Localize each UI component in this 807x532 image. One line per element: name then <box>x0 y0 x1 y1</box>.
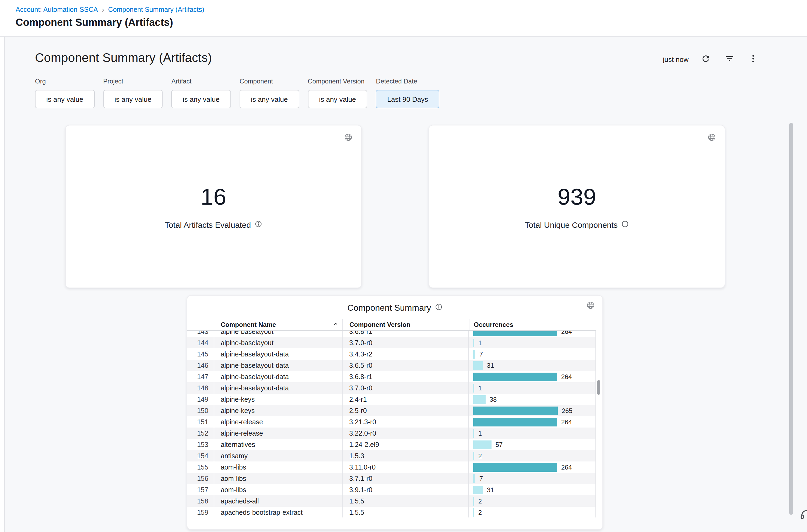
occurrence-bar <box>474 338 475 347</box>
refresh-button[interactable] <box>699 53 712 66</box>
table-row[interactable]: 151 alpine-release 3.21.3-r0 264 <box>187 416 596 428</box>
component-version: 3.7.0-r0 <box>342 337 468 348</box>
occurrence-bar <box>474 497 475 505</box>
component-name: apacheds-bootstrap-extract <box>214 507 342 517</box>
table-row[interactable]: 144 alpine-baselayout 3.7.0-r0 1 <box>187 337 596 348</box>
filter-label: Org <box>35 78 95 85</box>
occurrences-cell: 2 <box>469 450 595 461</box>
component-version: 3.6.8-r1 <box>342 371 468 382</box>
component-version: 3.11.0-r0 <box>342 461 468 473</box>
breadcrumb-page-link[interactable]: Component Summary (Artifacts) <box>108 6 204 13</box>
component-name: alpine-release <box>214 428 342 439</box>
occurrence-count: 264 <box>561 331 572 335</box>
support-headset-icon[interactable] <box>800 508 807 524</box>
component-version: 1.24-2.el9 <box>342 439 468 450</box>
filter-value-button[interactable]: is any value <box>103 90 162 108</box>
total-artifacts-card: 16 Total Artifacts Evaluated <box>65 125 362 288</box>
dashboard-title: Component Summary (Artifacts) <box>35 51 212 65</box>
occurrence-count: 1 <box>478 339 482 346</box>
kebab-menu-icon <box>748 54 758 65</box>
column-header-component-name[interactable]: Component Name <box>214 319 342 330</box>
component-version: 3.4.3-r2 <box>342 348 468 360</box>
table-row[interactable]: 143 alpine-baselayout 3.6.8-r1 264 <box>187 331 596 337</box>
occurrence-bar <box>474 331 557 336</box>
row-index: 145 <box>187 348 214 360</box>
occurrences-cell: 1 <box>469 382 595 394</box>
occurrence-bar <box>474 452 475 460</box>
occurrence-bar <box>474 508 475 517</box>
occurrence-count: 57 <box>496 441 503 448</box>
info-icon <box>255 220 262 229</box>
component-name: alpine-baselayout-data <box>214 360 342 371</box>
app-window: Account: Automation-SSCA › Component Sum… <box>0 0 807 532</box>
occurrences-cell: 265 <box>469 405 595 416</box>
filter-value-button[interactable]: is any value <box>35 90 95 108</box>
table-row[interactable]: 158 apacheds-all 1.5.5 2 <box>187 495 596 507</box>
column-header-occurrences[interactable]: Occurrences <box>469 319 596 330</box>
row-index: 153 <box>187 439 214 450</box>
table-row[interactable]: 147 alpine-baselayout-data 3.6.8-r1 264 <box>187 371 596 382</box>
occurrence-bar <box>474 361 483 370</box>
component-name: alpine-baselayout-data <box>214 371 342 382</box>
occurrences-cell: 7 <box>469 473 595 484</box>
table-row[interactable]: 152 alpine-release 3.22.0-r0 1 <box>187 428 596 439</box>
row-index: 154 <box>187 450 214 461</box>
more-options-button[interactable] <box>747 53 760 66</box>
sort-asc-icon <box>332 320 339 329</box>
table-row[interactable]: 154 antisamy 1.5.3 2 <box>187 450 596 461</box>
occurrences-cell: 264 <box>469 331 595 337</box>
occurrence-bar <box>474 372 557 381</box>
filter-group: Component is any value <box>239 78 299 108</box>
row-index: 152 <box>187 428 214 439</box>
occurrences-cell: 264 <box>469 371 595 382</box>
table-row[interactable]: 153 alternatives 1.24-2.el9 57 <box>187 439 596 450</box>
occurrence-count: 7 <box>479 350 483 358</box>
occurrence-count: 265 <box>562 407 573 414</box>
component-version: 3.6.5-r0 <box>342 360 468 371</box>
page-scrollbar-thumb[interactable] <box>789 123 793 515</box>
filter-button[interactable] <box>723 53 736 66</box>
filter-value-button[interactable]: is any value <box>239 90 299 108</box>
occurrences-cell: 2 <box>469 507 595 517</box>
table-row[interactable]: 145 alpine-baselayout-data 3.4.3-r2 7 <box>187 348 596 360</box>
component-name: alpine-baselayout <box>214 331 342 337</box>
table-row[interactable]: 157 aom-libs 3.9.1-r0 31 <box>187 484 596 495</box>
row-index: 155 <box>187 461 214 473</box>
table-row[interactable]: 149 alpine-keys 2.4-r1 38 <box>187 394 596 405</box>
table-row[interactable]: 146 alpine-baselayout-data 3.6.5-r0 31 <box>187 360 596 371</box>
component-name: aom-libs <box>214 473 342 484</box>
dashboard-actions: just now <box>663 52 760 67</box>
table-row[interactable]: 155 aom-libs 3.11.0-r0 264 <box>187 461 596 473</box>
component-name: aom-libs <box>214 484 342 495</box>
occurrence-count: 2 <box>478 497 482 505</box>
row-index: 151 <box>187 416 214 428</box>
filter-label: Artifact <box>171 78 231 85</box>
occurrences-cell: 31 <box>469 360 595 371</box>
component-version: 2.4-r1 <box>342 394 468 405</box>
table-row[interactable]: 156 aom-libs 3.7.1-r0 7 <box>187 473 596 484</box>
component-name: antisamy <box>214 450 342 461</box>
component-version: 3.22.0-r0 <box>342 428 468 439</box>
component-version: 3.7.1-r0 <box>342 473 468 484</box>
stat-value: 16 <box>66 184 361 210</box>
occurrence-bar <box>474 395 486 403</box>
occurrence-bar <box>474 440 492 449</box>
breadcrumb-account-link[interactable]: Account: Automation-SSCA <box>16 6 98 13</box>
table-row[interactable]: 159 apacheds-bootstrap-extract 1.5.5 2 <box>187 507 596 517</box>
page-title: Component Summary (Artifacts) <box>16 17 173 28</box>
occurrence-count: 264 <box>561 373 572 380</box>
occurrence-bar <box>474 350 476 358</box>
filter-value-button[interactable]: Last 90 Days <box>376 90 440 108</box>
component-version: 3.6.8-r1 <box>342 331 468 337</box>
filter-label: Detected Date <box>376 78 440 85</box>
component-version: 3.21.3-r0 <box>342 416 468 428</box>
occurrence-bar <box>474 406 558 415</box>
table-row[interactable]: 150 alpine-keys 2.5-r0 265 <box>187 405 596 416</box>
column-header-component-version[interactable]: Component Version <box>342 319 469 330</box>
table-row[interactable]: 148 alpine-baselayout-data 3.7.0-r0 1 <box>187 382 596 394</box>
filter-value-button[interactable]: is any value <box>171 90 231 108</box>
globe-icon <box>344 133 353 144</box>
table-scrollbar-thumb[interactable] <box>597 380 600 395</box>
filter-value-button[interactable]: is any value <box>308 90 367 108</box>
filter-label: Project <box>103 78 162 85</box>
